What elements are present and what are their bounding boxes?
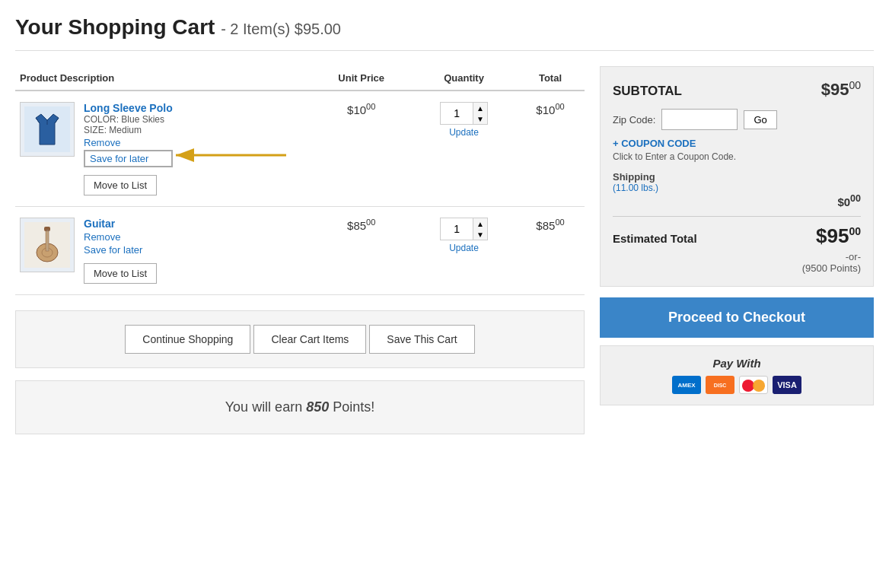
- sidebar-section: SUBTOTAL $9500 Zip Code: Go + COUPON COD…: [600, 66, 874, 405]
- checkout-button[interactable]: Proceed to Checkout: [600, 297, 874, 338]
- qty-down-2[interactable]: ▼: [473, 229, 487, 240]
- estimated-amount: $9500: [816, 224, 861, 248]
- points-value: 850: [306, 399, 329, 415]
- product-cell-2: Guitar Remove Save for later Move to Lis…: [20, 218, 306, 284]
- continue-shopping-button[interactable]: Continue Shopping: [125, 325, 250, 354]
- product-name-1: Long Sleeve Polo: [84, 102, 173, 114]
- price-1: $1000: [347, 103, 375, 116]
- qty-up-1[interactable]: ▲: [473, 103, 487, 113]
- qty-input-row-2: ▲ ▼: [440, 218, 488, 240]
- amex-icon: AMEX: [672, 376, 701, 394]
- cart-section: Product Description Unit Price Quantity …: [15, 66, 585, 434]
- main-layout: Product Description Unit Price Quantity …: [15, 66, 874, 434]
- total-1: $1000: [536, 103, 564, 116]
- total-2: $8500: [536, 219, 564, 232]
- pay-with-label: Pay With: [611, 357, 862, 370]
- shipping-section: Shipping (11.00 lbs.) $000: [613, 171, 861, 208]
- save-later-link-2[interactable]: Save for later: [84, 244, 157, 256]
- qty-update-1[interactable]: Update: [449, 127, 479, 138]
- svg-rect-7: [44, 227, 50, 231]
- qty-cell-1: ▲ ▼ Update: [412, 91, 516, 207]
- total-cell-2: $8500: [516, 207, 585, 295]
- pay-with-box: Pay With AMEX DISC VISA: [600, 345, 874, 405]
- product-links-1: Remove Save for later: [84, 137, 173, 167]
- coupon-hint: Click to Enter a Coupon Code.: [613, 151, 861, 162]
- table-row: Long Sleeve Polo COLOR: Blue Skies SIZE:…: [15, 91, 585, 207]
- qty-cell-2: ▲ ▼ Update: [412, 207, 516, 295]
- save-later-link-1[interactable]: Save for later: [84, 150, 173, 167]
- subtotal-row: SUBTOTAL $9500: [613, 79, 861, 100]
- product-links-2: Remove Save for later: [84, 231, 157, 256]
- col-total: Total: [516, 66, 585, 91]
- price-cell-2: $8500: [311, 207, 412, 295]
- estimated-row: Estimated Total $9500: [613, 216, 861, 248]
- product-name-2: Guitar: [84, 218, 157, 230]
- qty-arrows-2: ▲ ▼: [473, 218, 487, 240]
- price-cell-1: $1000: [311, 91, 412, 207]
- discover-icon: DISC: [706, 376, 734, 394]
- page-wrapper: Your Shopping Cart - 2 Item(s) $95.00 Pr…: [0, 0, 889, 450]
- save-cart-button[interactable]: Save This Cart: [369, 325, 474, 354]
- zip-row: Zip Code: Go: [613, 109, 861, 130]
- product-info-1: Long Sleeve Polo COLOR: Blue Skies SIZE:…: [84, 102, 173, 195]
- qty-wrapper-1: ▲ ▼ Update: [440, 102, 488, 138]
- price-2: $8500: [347, 219, 375, 232]
- shipping-row: Shipping (11.00 lbs.): [613, 171, 861, 193]
- shipping-amount: $000: [837, 195, 861, 208]
- col-qty: Quantity: [412, 66, 516, 91]
- clear-cart-button[interactable]: Clear Cart Items: [253, 325, 366, 354]
- title-text: Your Shopping Cart: [15, 15, 215, 39]
- col-product: Product Description: [15, 66, 311, 91]
- product-info-2: Guitar Remove Save for later Move to Lis…: [84, 218, 157, 284]
- remove-link-1[interactable]: Remove: [84, 137, 173, 148]
- qty-wrapper-2: ▲ ▼ Update: [440, 218, 488, 253]
- product-cell-1: Long Sleeve Polo COLOR: Blue Skies SIZE:…: [20, 102, 306, 195]
- qty-down-1[interactable]: ▼: [473, 113, 487, 124]
- or-text: -or-: [613, 251, 861, 262]
- svg-rect-6: [46, 230, 49, 251]
- shipping-label: Shipping: [613, 171, 658, 183]
- subtotal-box: SUBTOTAL $9500 Zip Code: Go + COUPON COD…: [600, 66, 874, 287]
- remove-link-2[interactable]: Remove: [84, 231, 157, 243]
- qty-arrows-1: ▲ ▼: [473, 103, 487, 124]
- subtotal-label: SUBTOTAL: [613, 84, 682, 99]
- move-to-list-btn-2[interactable]: Move to List: [84, 263, 157, 284]
- shipping-weight: (11.00 lbs.): [613, 183, 658, 193]
- product-thumb-2: [20, 218, 75, 272]
- coupon-header[interactable]: + COUPON CODE: [613, 138, 861, 149]
- product-color-1: COLOR: Blue Skies: [84, 114, 173, 125]
- card-icons: AMEX DISC VISA: [611, 376, 862, 394]
- zip-input[interactable]: [661, 109, 738, 130]
- qty-input-1[interactable]: [441, 103, 473, 124]
- page-title: Your Shopping Cart - 2 Item(s) $95.00: [15, 15, 874, 51]
- sidebar-points-text: (9500 Points): [613, 262, 861, 274]
- coupon-section: + COUPON CODE Click to Enter a Coupon Co…: [613, 138, 861, 162]
- product-size-1: SIZE: Medium: [84, 125, 173, 135]
- col-price: Unit Price: [311, 66, 412, 91]
- mastercard-icon: [739, 376, 768, 394]
- qty-input-2[interactable]: [441, 218, 473, 240]
- table-row: Guitar Remove Save for later Move to Lis…: [15, 207, 585, 295]
- subtotal-amount: $9500: [821, 79, 861, 100]
- product-thumb-1: [20, 102, 75, 157]
- qty-update-2[interactable]: Update: [449, 243, 479, 253]
- move-to-list-btn-1[interactable]: Move to List: [84, 175, 157, 195]
- qty-up-2[interactable]: ▲: [473, 218, 487, 229]
- cart-table: Product Description Unit Price Quantity …: [15, 66, 585, 295]
- zip-go-button[interactable]: Go: [744, 110, 776, 129]
- polo-image: [24, 106, 70, 152]
- visa-icon: VISA: [773, 376, 801, 394]
- points-banner: You will earn 850 Points!: [15, 380, 585, 434]
- subtitle-text: - 2 Item(s) $95.00: [221, 21, 341, 37]
- estimated-label: Estimated Total: [613, 232, 697, 245]
- cart-buttons: Continue Shopping Clear Cart Items Save …: [15, 310, 585, 368]
- zip-label: Zip Code:: [613, 114, 655, 126]
- total-cell-1: $1000: [516, 91, 585, 207]
- qty-input-row-1: ▲ ▼: [440, 102, 488, 125]
- guitar-image: [24, 222, 70, 268]
